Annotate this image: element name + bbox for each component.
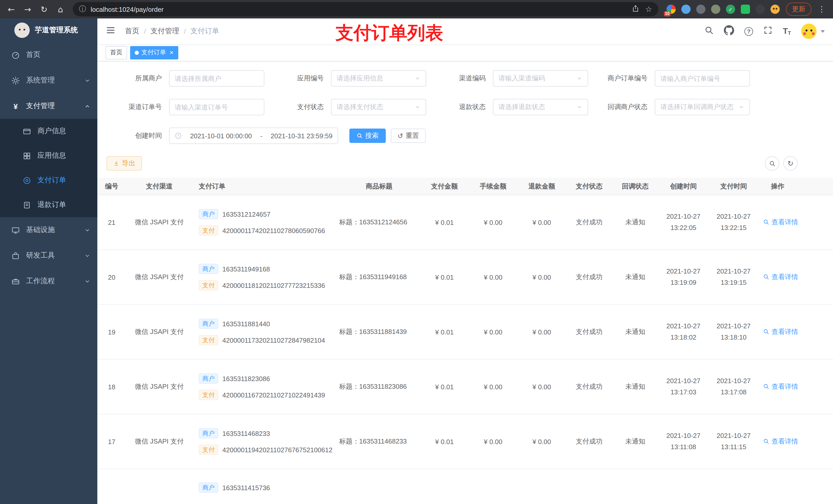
app-select[interactable]: 请选择应用信息 (331, 70, 426, 87)
reset-button[interactable]: ↺ 重置 (391, 128, 426, 143)
extension-icon-7[interactable] (756, 5, 765, 14)
sidebar-item-workflow[interactable]: 工作流程 (0, 268, 97, 294)
pay-tag: 支付 (199, 445, 218, 455)
pay-channel: 微信 JSAPI 支付 (135, 218, 184, 227)
view-detail-link[interactable]: 查看详情 (763, 437, 798, 446)
github-icon[interactable] (724, 25, 734, 38)
close-icon[interactable]: × (170, 49, 173, 56)
browser-menu-icon[interactable]: ⋮ (815, 3, 828, 15)
view-detail-link[interactable]: 查看详情 (763, 327, 798, 337)
url-text: localhost:1024/pay/order (91, 5, 164, 13)
goods-title: 标题：1635311468233 (338, 437, 407, 446)
search-icon[interactable] (705, 26, 714, 37)
action-cell: 查看详情 (759, 437, 798, 447)
sidebar-item-pay-order[interactable]: 支付订单 (0, 168, 97, 193)
merchant-order-no-input[interactable] (655, 70, 750, 87)
user-avatar[interactable] (801, 24, 817, 39)
pay-status: 支付成功 (576, 218, 602, 227)
breadcrumb-pay[interactable]: 支付管理 (151, 27, 179, 36)
download-icon (113, 160, 119, 166)
view-detail-link[interactable]: 查看详情 (763, 272, 798, 282)
view-detail-link[interactable]: 查看详情 (763, 218, 798, 227)
notify-status-select[interactable]: 请选择订单回调商户状态 (655, 99, 750, 115)
tab-home[interactable]: 首页 (105, 46, 127, 59)
pay-tag: 支付 (199, 225, 218, 236)
sidebar-item-app-info[interactable]: 应用信息 (0, 143, 97, 168)
merchant-tag: 商户 (199, 264, 218, 274)
reset-icon: ↺ (398, 132, 403, 140)
extension-icon-3[interactable] (696, 5, 706, 14)
extension-icon-4[interactable] (711, 5, 720, 14)
pay-time: 2021-10-27 13:22:15 (717, 211, 751, 234)
browser-toolbar: ← → ↻ ⌂ ⓘ localhost:1024/pay/order ☆ 10 … (0, 0, 833, 19)
reload-icon[interactable]: ↻ (38, 3, 50, 15)
extension-icon-1[interactable]: 10 (667, 5, 676, 14)
font-size-icon[interactable]: TT (783, 27, 791, 36)
card-icon (23, 127, 31, 136)
bookmark-star-icon[interactable]: ☆ (645, 5, 652, 14)
table-row: 18 微信 JSAPI 支付 商户 1635311823086 支付 42000… (97, 360, 833, 414)
extension-icon-5[interactable]: ✓ (726, 5, 735, 14)
sidebar-item-system[interactable]: 系统管理 (0, 68, 97, 93)
refund-amount: ¥ 0.00 (532, 438, 551, 446)
merchant-tag: 商户 (199, 482, 218, 493)
merchant-select[interactable] (169, 70, 264, 87)
fee-amount: ¥ 0.00 (484, 218, 502, 226)
breadcrumb-current: 支付订单 (191, 27, 219, 36)
help-icon[interactable]: ? (744, 27, 753, 35)
pay-channel: 微信 JSAPI 支付 (135, 437, 184, 446)
pay-channel: 微信 JSAPI 支付 (135, 327, 184, 337)
sidebar-item-devtools[interactable]: 研发工具 (0, 243, 97, 268)
col-pay-order: 支付订单 (193, 182, 225, 191)
sidebar-item-home[interactable]: 首页 (0, 42, 97, 68)
chevron-down-icon (576, 75, 582, 81)
pay-order-cell: 商户 1635312124657 支付 42000011742021102780… (193, 209, 325, 236)
channel-code-select[interactable]: 请输入渠道编码 (493, 70, 588, 87)
date-range-input[interactable]: 2021-10-01 00:00:00 - 2021-10-31 23:59:5… (169, 127, 338, 144)
yen-icon: ¥ (11, 102, 20, 111)
caret-down-icon[interactable] (821, 30, 825, 32)
refund-amount: ¥ 0.00 (532, 218, 551, 226)
toggle-search-button[interactable] (765, 156, 779, 171)
browser-update-button[interactable]: 更新 (786, 3, 811, 16)
forward-icon[interactable]: → (22, 3, 34, 15)
table-header: 编号 支付渠道 支付订单 商品标题 支付金额 手续金额 退款金额 支付状态 回调… (97, 178, 833, 195)
site-info-icon[interactable]: ⓘ (79, 5, 86, 14)
share-icon[interactable] (632, 5, 639, 14)
order-id: 19 (108, 328, 116, 336)
sidebar-item-merchant-info[interactable]: 商户信息 (0, 119, 97, 143)
create-time: 2021-10-27 13:11:08 (667, 430, 700, 453)
fullscreen-icon[interactable] (763, 26, 772, 37)
refund-status-select[interactable]: 请选择退款状态 (493, 99, 588, 115)
sidebar-item-pay[interactable]: ¥ 支付管理 (0, 93, 97, 119)
extension-icon-6[interactable] (741, 5, 750, 14)
search-button[interactable]: 搜索 (349, 128, 386, 143)
filter-label-pay-status: 支付状态 (268, 102, 331, 112)
export-button[interactable]: 导出 (106, 156, 142, 171)
top-navbar: 首页 / 支付管理 / 支付订单 ? TT (97, 19, 833, 44)
pay-amount: ¥ 0.01 (435, 383, 454, 390)
profile-avatar-icon[interactable] (770, 5, 780, 14)
channel-order-no-input[interactable] (169, 99, 264, 115)
pay-amount: ¥ 0.01 (435, 438, 454, 446)
sidebar-item-refund-order[interactable]: 退款订单 (0, 193, 97, 217)
back-icon[interactable]: ← (5, 3, 18, 15)
pay-status-select[interactable]: 请选择支付状态 (331, 99, 426, 115)
action-cell: 查看详情 (759, 272, 798, 282)
view-detail-link[interactable]: 查看详情 (763, 382, 798, 391)
merchant-order-no: 1635311415736 (222, 484, 270, 491)
address-bar[interactable]: ⓘ localhost:1024/pay/order ☆ (73, 2, 658, 16)
hamburger-icon[interactable] (105, 25, 116, 38)
fee-amount: ¥ 0.00 (484, 273, 502, 281)
sidebar-item-infra[interactable]: 基础设施 (0, 217, 97, 243)
breadcrumb-home[interactable]: 首页 (125, 27, 139, 36)
refresh-button[interactable]: ↻ (783, 156, 798, 171)
pay-order-no: 4200001174202110278060590766 (222, 226, 325, 234)
table-row: 17 微信 JSAPI 支付 商户 1635311468233 支付 42000… (97, 414, 833, 469)
date-separator: - (260, 132, 263, 140)
order-id: 18 (108, 383, 116, 390)
tab-pay-order[interactable]: 支付订单 × (130, 46, 178, 59)
col-pay-status: 支付状态 (576, 182, 602, 191)
extension-icon-2[interactable] (681, 5, 691, 14)
home-icon[interactable]: ⌂ (54, 3, 67, 15)
